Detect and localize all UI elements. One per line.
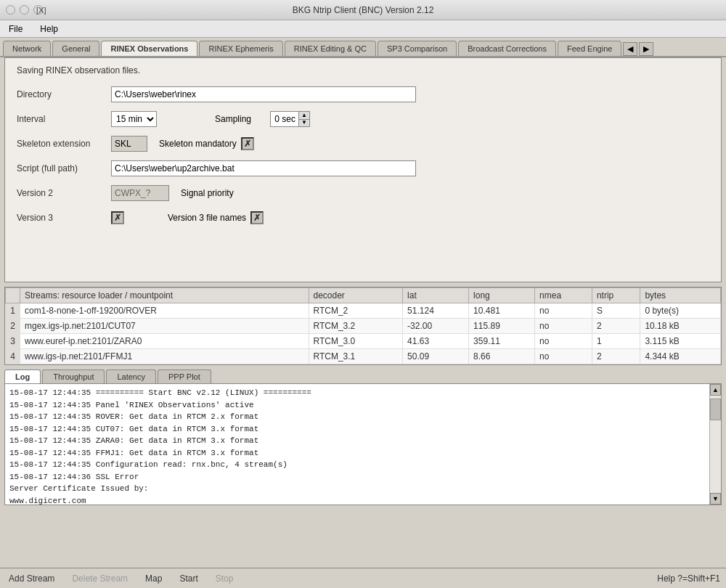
signal-priority-label: Signal priority <box>181 188 234 198</box>
table-row[interactable]: 4 www.igs-ip.net:2101/FFMJ1 RTCM_3.1 50.… <box>6 349 721 364</box>
row-decoder-2: RTCM_3.0 <box>309 334 403 349</box>
sampling-up-button[interactable]: ▲ <box>299 112 309 120</box>
row-decoder-1: RTCM_3.2 <box>309 319 403 334</box>
version3-label: Version 3 <box>17 213 111 223</box>
row-mountpoint-2: www.euref-ip.net:2101/ZARA0 <box>20 334 309 349</box>
streams-col-bytes: bytes <box>640 288 721 303</box>
stop-button[interactable]: Stop <box>213 572 237 585</box>
interval-row: Interval 15 min 1 hour 1 day Sampling ▲ … <box>17 110 709 128</box>
row-bytes-0: 0 byte(s) <box>640 303 721 319</box>
row-lat-0: 51.124 <box>403 303 469 319</box>
tab-rinex-observations[interactable]: RINEX Observations <box>101 41 197 56</box>
status-bar: Add Stream Delete Stream Map Start Stop … <box>0 568 726 588</box>
interval-select[interactable]: 15 min 1 hour 1 day <box>111 111 157 127</box>
row-long-1: 115.89 <box>469 319 535 334</box>
version3-row: Version 3 ✗ Version 3 file names ✗ <box>17 209 709 226</box>
close-button[interactable] <box>6 5 15 15</box>
map-button[interactable]: Map <box>142 572 165 585</box>
row-bytes-3: 4.344 kB <box>640 349 721 364</box>
row-ntrip-0: S <box>592 303 640 319</box>
log-section: Log Throughput Latency PPP Plot 15-08-17… <box>4 369 722 505</box>
row-num-2: 3 <box>6 334 20 349</box>
tab-prev-button[interactable]: ◀ <box>623 42 637 56</box>
tab-sp3[interactable]: SP3 Comparison <box>378 41 457 56</box>
streams-col-long: long <box>469 288 535 303</box>
row-mountpoint-3: www.igs-ip.net:2101/FFMJ1 <box>20 349 309 364</box>
log-tab-latency[interactable]: Latency <box>106 369 156 383</box>
row-lat-3: 50.09 <box>403 349 469 364</box>
row-ntrip-1: 2 <box>592 319 640 334</box>
log-tab-bar: Log Throughput Latency PPP Plot <box>4 369 722 383</box>
menu-bar: File Help <box>0 20 726 38</box>
interval-label: Interval <box>17 114 111 124</box>
tab-next-button[interactable]: ▶ <box>639 42 653 56</box>
log-tab-ppp[interactable]: PPP Plot <box>158 369 211 383</box>
log-content-wrap: 15-08-17 12:44:35 ========== Start BNC v… <box>4 383 722 505</box>
row-num-1: 2 <box>6 319 20 334</box>
row-ntrip-2: 1 <box>592 334 640 349</box>
delete-stream-button[interactable]: Delete Stream <box>69 572 131 585</box>
scroll-track <box>710 396 721 493</box>
window-title: BKG Ntrip Client (BNC) Version 2.12 <box>293 5 434 15</box>
tab-rinex-editing[interactable]: RINEX Editing & QC <box>285 41 376 56</box>
log-content: 15-08-17 12:44:35 ========== Start BNC v… <box>5 384 709 505</box>
version3-checkbox[interactable]: ✗ <box>111 211 124 224</box>
row-lat-2: 41.63 <box>403 334 469 349</box>
log-tab-throughput[interactable]: Throughput <box>42 369 105 383</box>
scroll-up-button[interactable]: ▲ <box>710 384 721 396</box>
table-row[interactable]: 3 www.euref-ip.net:2101/ZARA0 RTCM_3.0 4… <box>6 334 721 349</box>
main-panel: Saving RINEX observation files. Director… <box>4 57 722 282</box>
tab-general[interactable]: General <box>52 41 99 56</box>
row-bytes-2: 3.115 kB <box>640 334 721 349</box>
row-mountpoint-0: com1-8-none-1-off-19200/ROVER <box>20 303 309 319</box>
menu-file[interactable]: File <box>3 23 28 36</box>
tab-broadcast[interactable]: Broadcast Corrections <box>458 41 556 56</box>
tab-feed-engine[interactable]: Feed Engine <box>558 41 621 56</box>
row-num-0: 1 <box>6 303 20 319</box>
add-stream-button[interactable]: Add Stream <box>6 572 57 585</box>
log-tab-log[interactable]: Log <box>4 369 41 383</box>
panel-info: Saving RINEX observation files. <box>17 65 709 75</box>
sampling-input[interactable] <box>270 111 299 127</box>
version2-row: Version 2 Signal priority <box>17 184 709 202</box>
menu-help[interactable]: Help <box>34 23 64 36</box>
streams-col-decoder: decoder <box>309 288 403 303</box>
skeleton-ext-label: Skeleton extension <box>17 139 111 149</box>
row-nmea-2: no <box>535 334 592 349</box>
sampling-down-button[interactable]: ▼ <box>299 120 309 127</box>
streams-col-lat: lat <box>403 288 469 303</box>
start-button[interactable]: Start <box>176 572 200 585</box>
tab-bar: Network General RINEX Observations RINEX… <box>0 38 726 57</box>
version2-input[interactable] <box>111 185 169 201</box>
tab-rinex-ephemeris[interactable]: RINEX Ephemeris <box>199 41 282 56</box>
tab-network[interactable]: Network <box>3 41 51 56</box>
scroll-thumb[interactable] <box>710 399 721 420</box>
directory-row: Directory <box>17 86 709 103</box>
log-scrollbar: ▲ ▼ <box>709 384 721 505</box>
app-icon: [X] <box>36 6 46 15</box>
table-row[interactable]: 1 com1-8-none-1-off-19200/ROVER RTCM_2 5… <box>6 303 721 319</box>
row-decoder-0: RTCM_2 <box>309 303 403 319</box>
sampling-label: Sampling <box>215 114 251 124</box>
script-input[interactable] <box>111 160 416 176</box>
directory-input[interactable] <box>111 86 416 102</box>
help-text: Help ?=Shift+F1 <box>657 573 720 584</box>
skeleton-mandatory-checkbox[interactable]: ✗ <box>241 137 254 150</box>
skeleton-ext-input[interactable] <box>111 136 147 152</box>
streams-col-nmea: nmea <box>535 288 592 303</box>
interval-select-group: 15 min 1 hour 1 day Sampling ▲ ▼ <box>111 111 310 127</box>
script-row: Script (full path) <box>17 160 709 177</box>
row-num-3: 4 <box>6 349 20 364</box>
sampling-spinner: ▲ ▼ <box>270 111 310 127</box>
directory-label: Directory <box>17 89 111 99</box>
row-long-0: 10.481 <box>469 303 535 319</box>
row-nmea-1: no <box>535 319 592 334</box>
streams-col-mountpoint: Streams: resource loader / mountpoint <box>20 288 309 303</box>
row-lat-1: -32.00 <box>403 319 469 334</box>
scroll-down-button[interactable]: ▼ <box>710 493 721 505</box>
version3-filenames-checkbox[interactable]: ✗ <box>250 211 264 224</box>
minimize-button[interactable] <box>20 5 29 15</box>
table-row[interactable]: 2 mgex.igs-ip.net:2101/CUT07 RTCM_3.2 -3… <box>6 319 721 334</box>
script-label: Script (full path) <box>17 163 111 173</box>
row-mountpoint-1: mgex.igs-ip.net:2101/CUT07 <box>20 319 309 334</box>
